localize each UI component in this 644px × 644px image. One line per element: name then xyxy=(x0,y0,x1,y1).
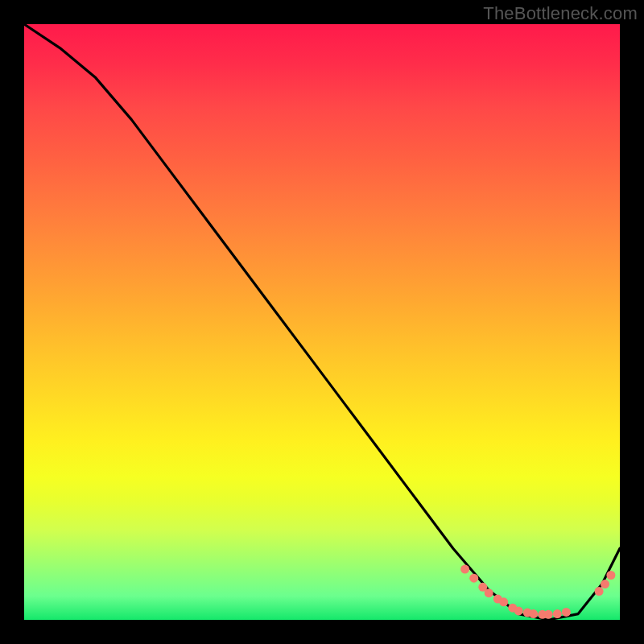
main-curve xyxy=(24,24,620,620)
valley-marker xyxy=(529,609,538,618)
watermark-text: TheBottleneck.com xyxy=(483,3,638,24)
valley-marker xyxy=(544,610,553,619)
valley-marker xyxy=(499,597,508,606)
valley-marker xyxy=(606,571,615,580)
valley-markers xyxy=(460,565,615,619)
valley-marker xyxy=(601,580,609,588)
curve-layer xyxy=(24,24,620,620)
valley-marker xyxy=(485,588,493,597)
valley-marker xyxy=(553,609,562,618)
valley-marker xyxy=(514,606,523,615)
valley-marker xyxy=(469,574,478,583)
valley-marker xyxy=(460,565,469,574)
plot-area xyxy=(24,24,620,620)
valley-marker xyxy=(595,587,604,596)
chart-frame: TheBottleneck.com xyxy=(0,0,644,644)
valley-marker xyxy=(562,608,571,617)
